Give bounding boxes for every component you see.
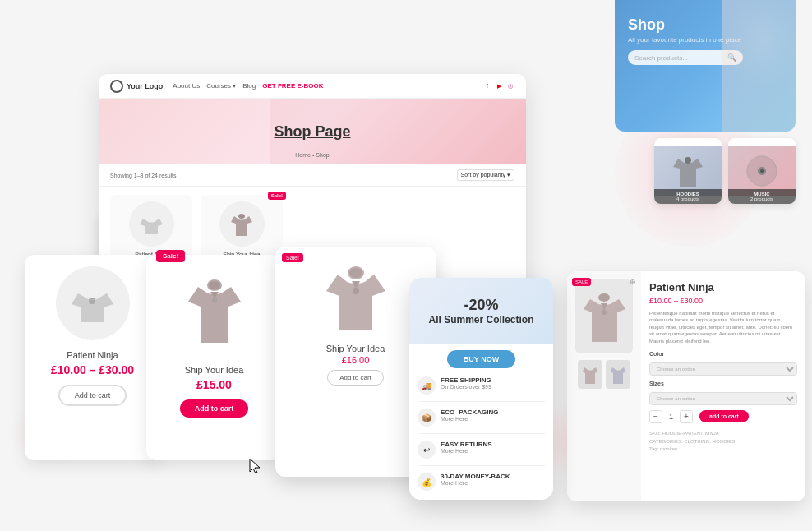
- quantity-row: − 1 + add to cart: [649, 410, 797, 423]
- music-icon: [745, 155, 778, 187]
- detail-sale-badge: SALE: [572, 278, 591, 286]
- nav-about[interactable]: About Us: [173, 82, 200, 90]
- hoodie-popup-name: Ship Your Idea: [326, 344, 385, 353]
- detail-add-to-cart-btn[interactable]: add to cart: [699, 410, 749, 422]
- summer-header: -20% All Summer Collection: [409, 278, 553, 344]
- ship-idea-image-sm: [219, 201, 265, 247]
- hoodie-popup-image: [284, 256, 427, 339]
- detail-thumbnails: [578, 360, 630, 389]
- svg-point-8: [348, 267, 363, 279]
- feature-money-back: 💰 30-DAY MONEY-BACK More Here: [418, 473, 545, 497]
- nav-social: f ▶ ◎: [483, 82, 514, 90]
- ship-idea-image-large: [178, 266, 251, 357]
- top-right-shop-card: Shop All your favourite products in one …: [615, 0, 796, 132]
- hoodie-icon: [671, 150, 704, 192]
- summer-body: BUY NOW 🚚 FREE SHIPPING On Orders over $…: [409, 344, 553, 500]
- summer-collection-popup: -20% All Summer Collection BUY NOW 🚚 FRE…: [409, 278, 553, 500]
- color-select[interactable]: Choose an option: [649, 362, 797, 376]
- returns-icon: ↩: [418, 441, 436, 459]
- results-bar: Showing 1–8 of 24 results Sort by popula…: [99, 164, 526, 187]
- sort-dropdown[interactable]: Sort by popularity ▾: [457, 169, 514, 181]
- returns-sub: More Here: [441, 448, 492, 454]
- search-placeholder: Search products...: [634, 54, 688, 62]
- results-count: Showing 1–8 of 24 results: [110, 173, 177, 178]
- detail-meta: SKU: HOODIE-PATIENT-NINJA CATEGORIES: CL…: [649, 430, 797, 454]
- zoom-icon[interactable]: ⊕: [630, 278, 636, 286]
- svg-point-10: [598, 293, 610, 302]
- patient-ninja-image-sm: [129, 201, 174, 247]
- hoodie-product-card: Sale! Ship Your Idea £15.00 Add to cart: [146, 255, 282, 460]
- nav-links: About Us Courses ▾ Blog GET FREE E-BOOK …: [173, 82, 514, 90]
- svg-point-11: [602, 310, 607, 315]
- hoodies-image: [654, 146, 722, 196]
- eco-title: ECO- PACKAGING: [441, 409, 499, 416]
- summer-title: All Summer Collection: [428, 314, 533, 326]
- tshirt-large-icon: [70, 281, 115, 326]
- sizes-select[interactable]: Choose an option: [649, 392, 797, 405]
- qty-decrease-btn[interactable]: −: [649, 410, 662, 423]
- svg-point-6: [208, 280, 221, 290]
- hoodie-sm-icon: [230, 210, 253, 238]
- detail-thumb-2[interactable]: [606, 360, 630, 389]
- sale-badge-sm: Sale!: [268, 192, 286, 200]
- eco-icon: 📦: [418, 409, 436, 427]
- qty-value: 1: [669, 413, 673, 421]
- ship-idea-name-large: Ship Your Idea: [185, 365, 244, 375]
- ship-idea-add-btn-large[interactable]: Add to cart: [180, 399, 249, 418]
- patient-ninja-add-btn-large[interactable]: Add to cart: [58, 385, 127, 406]
- music-image: [728, 146, 796, 196]
- nav-blog[interactable]: Blog: [242, 82, 256, 90]
- feature-eco-packaging: 📦 ECO- PACKAGING More Here: [418, 409, 545, 434]
- buy-now-button[interactable]: BUY NOW: [447, 350, 515, 368]
- detail-info-panel: Patient Ninja £10.00 – £30.00 Pellentesq…: [641, 271, 805, 501]
- svg-point-9: [353, 288, 359, 294]
- product-detail-card: SALE ⊕ Patient Ninja £10.0: [567, 271, 805, 501]
- summer-discount: -20%: [464, 297, 498, 314]
- youtube-icon[interactable]: ▶: [495, 82, 503, 90]
- hoodies-card[interactable]: HOODIES 4 products: [654, 138, 722, 204]
- ship-idea-price-large: £15.00: [196, 378, 232, 391]
- mouse-cursor: [248, 457, 265, 480]
- shipping-title: FREE SHIPPING: [441, 376, 491, 384]
- patient-ninja-name-large: Patient Ninja: [67, 350, 118, 360]
- nav-courses[interactable]: Courses ▾: [206, 82, 236, 90]
- svg-point-0: [685, 157, 691, 164]
- detail-product-title: Patient Ninja: [649, 281, 797, 293]
- detail-images-panel: SALE ⊕: [567, 271, 641, 501]
- returns-title: EASY RETURNS: [441, 441, 492, 448]
- logo-text: Your Logo: [127, 82, 163, 90]
- hoodie-popup-add-btn[interactable]: Add to cart: [327, 370, 384, 386]
- hero-banner: Shop Page Home • Shop: [99, 99, 526, 164]
- feature-free-shipping: 🚚 FREE SHIPPING On Orders over $99: [418, 376, 545, 402]
- hoodies-label: HOODIES 4 products: [654, 189, 722, 204]
- patient-ninja-image-large: [56, 266, 130, 340]
- detail-main-image: [575, 279, 633, 353]
- hoodie-popup-price: £16.00: [342, 355, 370, 365]
- tshirt-icon: [139, 212, 164, 237]
- nav-ebook[interactable]: GET FREE E-BOOK: [262, 82, 323, 90]
- hoodie-popup-icon: [323, 256, 389, 339]
- logo-icon: [110, 80, 123, 93]
- eco-sub: More Here: [441, 416, 499, 422]
- nav-bar: Your Logo About Us Courses ▾ Blog GET FR…: [99, 74, 526, 99]
- detail-product-desc: Pellentesque habitant morbi tristique se…: [649, 310, 797, 344]
- svg-point-4: [238, 214, 245, 219]
- instagram-icon[interactable]: ◎: [506, 82, 514, 90]
- thumb-hoodie-2: [610, 363, 626, 386]
- detail-thumb-1[interactable]: [578, 360, 602, 389]
- patient-ninja-price-large: £10.00 – £30.00: [51, 363, 134, 376]
- hero-image-overlay: [722, 0, 796, 132]
- facebook-icon[interactable]: f: [483, 82, 491, 90]
- money-back-icon: 💰: [418, 473, 436, 491]
- svg-point-7: [212, 298, 217, 302]
- music-card[interactable]: MUSIC 2 products: [728, 138, 796, 204]
- hero-title: Shop Page: [274, 123, 350, 141]
- color-label: Color: [649, 351, 797, 357]
- category-cards: HOODIES 4 products MUSIC 2 products: [654, 138, 796, 204]
- hoodie-sale-badge: Sale!: [282, 253, 303, 262]
- qty-increase-btn[interactable]: +: [680, 410, 693, 423]
- hoodie-large-icon: [186, 270, 243, 353]
- sale-badge-large: Sale!: [156, 250, 185, 262]
- detail-product-price: £10.00 – £30.00: [649, 297, 797, 305]
- hero-breadcrumb: Home • Shop: [295, 152, 329, 158]
